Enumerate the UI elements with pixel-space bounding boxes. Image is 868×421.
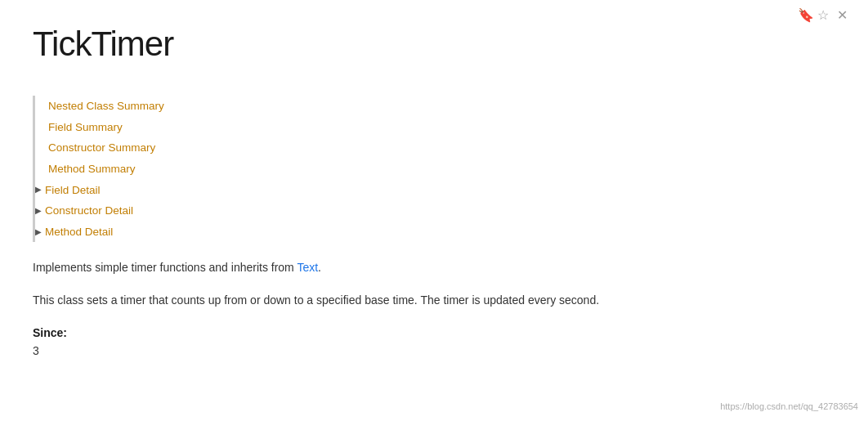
- field-detail-link[interactable]: Field Detail: [45, 181, 101, 199]
- top-icons-container: 🔖 ☆ ✕: [798, 5, 852, 20]
- bookmark-icon[interactable]: 🔖: [798, 5, 812, 20]
- description-section: Implements simple timer functions and in…: [33, 258, 835, 360]
- method-detail-link[interactable]: Method Detail: [45, 223, 113, 241]
- constructor-detail-item: ▶ Constructor Detail: [35, 200, 835, 222]
- method-summary-link[interactable]: Method Summary: [48, 159, 835, 180]
- field-summary-link[interactable]: Field Summary: [48, 117, 835, 138]
- since-label: Since:: [33, 324, 835, 342]
- description-line-1: Implements simple timer functions and in…: [33, 258, 835, 278]
- nested-class-summary-link[interactable]: Nested Class Summary: [48, 96, 835, 117]
- arrow-icon-constructor: ▶: [35, 204, 42, 217]
- description-line-2: This class sets a timer that counts up f…: [33, 291, 835, 311]
- description-before-link: Implements simple timer functions and in…: [33, 261, 297, 274]
- page-title: TickTimer: [33, 16, 835, 71]
- arrow-icon-method: ▶: [35, 226, 42, 239]
- watermark: https://blog.csdn.net/qq_42783654: [720, 400, 858, 414]
- since-value: 3: [33, 342, 835, 360]
- star-icon[interactable]: ☆: [817, 5, 832, 20]
- method-detail-item: ▶ Method Detail: [35, 222, 835, 243]
- constructor-summary-link[interactable]: Constructor Summary: [48, 137, 835, 159]
- constructor-detail-link[interactable]: Constructor Detail: [45, 202, 133, 220]
- text-link[interactable]: Text: [297, 261, 318, 274]
- close-icon[interactable]: ✕: [837, 5, 852, 20]
- nav-section: Nested Class Summary Field Summary Const…: [33, 96, 835, 242]
- since-section: Since: 3: [33, 324, 835, 361]
- description-after-link: .: [318, 261, 321, 274]
- field-detail-item: ▶ Field Detail: [35, 180, 835, 201]
- arrow-icon-field: ▶: [35, 183, 42, 196]
- page-container: TickTimer Nested Class Summary Field Sum…: [0, 0, 868, 377]
